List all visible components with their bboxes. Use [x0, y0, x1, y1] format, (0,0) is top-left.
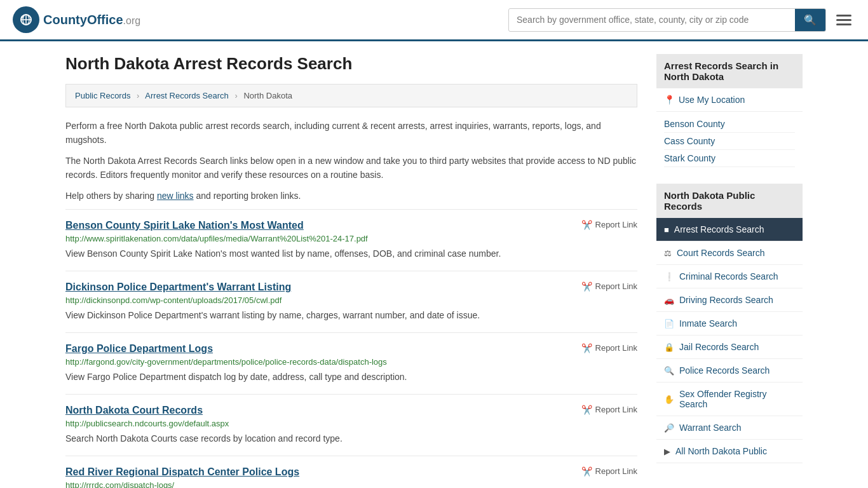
main-content: North Dakota Arrest Records Search Publi… — [65, 54, 637, 488]
sidebar-nav-item-5[interactable]: 🔒Jail Records Search — [656, 336, 803, 358]
hamburger-menu[interactable] — [832, 11, 855, 29]
report-link-button-3[interactable]: ✂️ Report Link — [581, 405, 637, 415]
new-links-link[interactable]: new links — [157, 191, 194, 201]
nav-label-6: Police Records Search — [679, 365, 770, 376]
nav-icon-6: 🔍 — [664, 366, 674, 376]
result-title-0[interactable]: Benson County Spirit Lake Nation's Most … — [65, 220, 304, 231]
nav-icon-3: 🚗 — [664, 295, 674, 305]
nav-label-4: Inmate Search — [679, 318, 737, 329]
sidebar-nav-item-2[interactable]: ❕Criminal Records Search — [656, 265, 803, 288]
nav-label-7: Sex Offender Registry Search — [679, 389, 795, 409]
result-item: Dickinson Police Department's Warrant Li… — [65, 271, 637, 332]
report-link-button-1[interactable]: ✂️ Report Link — [581, 281, 637, 292]
breadcrumb-arrest-records[interactable]: Arrest Records Search — [145, 91, 229, 100]
sidebar-bottom-title: North Dakota Public Records — [656, 184, 803, 218]
use-location-label: Use My Location — [679, 95, 745, 105]
logo-text: CountyOffice.org — [43, 13, 140, 27]
nav-icon-4: 📄 — [664, 319, 674, 329]
result-desc-3: Search North Dakota Courts case records … — [65, 432, 637, 445]
report-link-button-0[interactable]: ✂️ Report Link — [581, 220, 637, 230]
sidebar-nav-item-container: 📄Inmate Search — [656, 312, 803, 336]
report-link-label-1: Report Link — [595, 281, 637, 291]
result-desc-0: View Benson County Spirit Lake Nation's … — [65, 247, 637, 261]
report-link-label-4: Report Link — [595, 466, 637, 476]
sidebar: Arrest Records Search in North Dakota 📍 … — [656, 54, 803, 488]
nav-icon-8: 🔎 — [664, 423, 674, 433]
use-my-location-link[interactable]: 📍 Use My Location — [656, 88, 803, 112]
result-desc-1: View Dickinson Police Department's warra… — [65, 309, 637, 322]
nav-label-3: Driving Records Search — [679, 295, 773, 305]
search-bar: 🔍 — [508, 8, 826, 32]
page-title: North Dakota Arrest Records Search — [65, 54, 637, 74]
result-desc-2: View Fargo Police Department dispatch lo… — [65, 370, 637, 384]
result-title-2[interactable]: Fargo Police Department Logs — [65, 343, 213, 355]
breadcrumb-public-records[interactable]: Public Records — [75, 91, 130, 100]
main-container: North Dakota Arrest Records Search Publi… — [53, 41, 815, 488]
sidebar-nav-item-container: ❕Criminal Records Search — [656, 265, 803, 288]
report-link-button-4[interactable]: ✂️ Report Link — [581, 466, 637, 477]
nav-label-1: Court Records Search — [677, 248, 765, 258]
hamburger-line-2 — [836, 19, 851, 21]
sidebar-nav-item-container: ⚖Court Records Search — [656, 241, 803, 265]
nav-icon-9: ▶ — [664, 447, 670, 456]
nav-icon-2: ❕ — [664, 272, 674, 281]
result-title-3[interactable]: North Dakota Court Records — [65, 405, 203, 416]
sidebar-nav-item-container: 🔎Warrant Search — [656, 416, 803, 440]
result-header-3: North Dakota Court Records ✂️ Report Lin… — [65, 405, 637, 416]
sidebar-county-link-2[interactable]: Stark County — [664, 153, 715, 163]
sidebar-nav-item-6[interactable]: 🔍Police Records Search — [656, 359, 803, 382]
result-url-1[interactable]: http://dickinsonpd.com/wp-content/upload… — [65, 295, 637, 305]
scissors-icon-3: ✂️ — [581, 405, 592, 415]
result-url-2[interactable]: http://fargond.gov/city-government/depar… — [65, 357, 637, 367]
search-button[interactable]: 🔍 — [795, 9, 825, 31]
sidebar-nav-item-container: ■Arrest Records Search — [656, 218, 803, 241]
nav-label-5: Jail Records Search — [679, 342, 759, 352]
sidebar-county-item: Benson County — [664, 116, 795, 133]
sidebar-nav-item-8[interactable]: 🔎Warrant Search — [656, 416, 803, 439]
result-url-3[interactable]: http://publicsearch.ndcourts.gov/default… — [65, 419, 637, 428]
breadcrumb: Public Records › Arrest Records Search ›… — [65, 84, 637, 107]
sidebar-county-link-0[interactable]: Benson County — [664, 119, 725, 129]
header-right: 🔍 — [508, 8, 855, 32]
sidebar-nav-item-1[interactable]: ⚖Court Records Search — [656, 241, 803, 264]
sidebar-nav-item-0[interactable]: ■Arrest Records Search — [656, 218, 803, 241]
result-header-2: Fargo Police Department Logs ✂️ Report L… — [65, 343, 637, 355]
breadcrumb-state: North Dakota — [243, 91, 292, 100]
sidebar-county-item: Stark County — [664, 150, 795, 167]
svg-point-5 — [21, 16, 24, 18]
hamburger-line-3 — [836, 24, 851, 25]
result-title-1[interactable]: Dickinson Police Department's Warrant Li… — [65, 281, 291, 293]
sidebar-county-link-1[interactable]: Cass County — [664, 136, 715, 146]
result-url-4[interactable]: http://rrrdc.com/dispatch-logs/ — [65, 480, 637, 488]
sidebar-nav-item-3[interactable]: 🚗Driving Records Search — [656, 288, 803, 311]
results-list: Benson County Spirit Lake Nation's Most … — [65, 209, 637, 488]
result-item: Benson County Spirit Lake Nation's Most … — [65, 209, 637, 271]
search-input[interactable] — [509, 10, 795, 30]
nav-label-2: Criminal Records Search — [679, 271, 778, 281]
result-header-1: Dickinson Police Department's Warrant Li… — [65, 281, 637, 293]
report-link-label-2: Report Link — [595, 343, 637, 353]
scissors-icon-2: ✂️ — [581, 343, 592, 353]
sidebar-nav-item-container: 🚗Driving Records Search — [656, 288, 803, 312]
result-item: Fargo Police Department Logs ✂️ Report L… — [65, 332, 637, 394]
county-list: Benson CountyCass CountyStark County — [656, 112, 803, 171]
site-header: CountyOffice.org 🔍 — [0, 0, 868, 41]
nav-icon-0: ■ — [664, 225, 669, 234]
report-link-label-3: Report Link — [595, 405, 637, 414]
result-header-0: Benson County Spirit Lake Nation's Most … — [65, 220, 637, 231]
sidebar-nav-item-4[interactable]: 📄Inmate Search — [656, 312, 803, 335]
sidebar-nav-item-7[interactable]: ✋Sex Offender Registry Search — [656, 383, 803, 416]
location-icon: 📍 — [664, 95, 675, 105]
scissors-icon-0: ✂️ — [581, 220, 592, 230]
report-link-button-2[interactable]: ✂️ Report Link — [581, 343, 637, 353]
result-item: Red River Regional Dispatch Center Polic… — [65, 456, 637, 488]
result-url-0[interactable]: http://www.spiritlakenation.com/data/upf… — [65, 234, 637, 243]
hamburger-line-1 — [836, 15, 851, 17]
nav-label-9: All North Dakota Public — [675, 446, 767, 456]
report-link-label-0: Report Link — [595, 220, 637, 229]
sidebar-nav-item-container: 🔍Police Records Search — [656, 359, 803, 383]
sidebar-top-section: Arrest Records Search in North Dakota 📍 … — [656, 54, 803, 171]
result-title-4[interactable]: Red River Regional Dispatch Center Polic… — [65, 466, 299, 478]
sidebar-nav-item-9[interactable]: ▶All North Dakota Public — [656, 440, 803, 463]
nav-icon-1: ⚖ — [664, 248, 672, 258]
